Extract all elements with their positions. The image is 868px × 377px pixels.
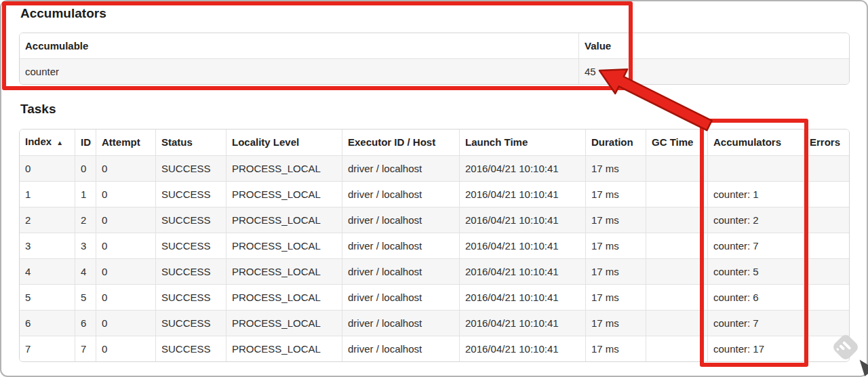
cell-duration: 17 ms <box>586 259 646 285</box>
cell-locality-level: PROCESS_LOCAL <box>226 182 342 207</box>
cell-accumulators: counter: 1 <box>708 182 804 207</box>
col-header-gc-time[interactable]: GC Time <box>646 130 708 156</box>
cell-executor-id-host: driver / localhost <box>342 233 460 259</box>
col-header-duration[interactable]: Duration <box>586 130 646 156</box>
cell-launch-time: 2016/04/21 10:10:41 <box>460 156 586 182</box>
col-header-status[interactable]: Status <box>156 130 226 156</box>
cell-duration: 17 ms <box>586 156 646 182</box>
cell-locality-level: PROCESS_LOCAL <box>226 156 342 182</box>
col-header-accumulable: Accumulable <box>20 33 579 59</box>
cell-id: 0 <box>75 156 96 182</box>
accumulators-header-row: Accumulable Value <box>20 33 850 59</box>
cell-errors <box>804 336 850 362</box>
tasks-header-row: Index▲ ID Attempt Status Locality Level … <box>20 130 850 156</box>
cell-duration: 17 ms <box>586 207 646 233</box>
cell-attempt: 0 <box>96 336 156 362</box>
cell-accumulators: counter: 17 <box>708 336 804 362</box>
cell-attempt: 0 <box>96 156 156 182</box>
col-header-id[interactable]: ID <box>75 130 96 156</box>
cell-index: 6 <box>20 311 75 336</box>
task-row: 5 5 0 SUCCESS PROCESS_LOCAL driver / loc… <box>20 285 850 311</box>
col-header-index-label: Index <box>25 136 52 147</box>
cell-id: 2 <box>75 207 96 233</box>
cell-duration: 17 ms <box>586 285 646 311</box>
cell-accumulators: counter: 7 <box>708 311 804 336</box>
cell-index: 4 <box>20 259 75 285</box>
col-header-index[interactable]: Index▲ <box>20 130 75 156</box>
cell-attempt: 0 <box>96 311 156 336</box>
col-header-locality-level[interactable]: Locality Level <box>226 130 342 156</box>
cell-locality-level: PROCESS_LOCAL <box>226 207 342 233</box>
cell-errors <box>804 156 850 182</box>
cell-status: SUCCESS <box>156 336 226 362</box>
cell-duration: 17 ms <box>586 182 646 207</box>
cell-attempt: 0 <box>96 233 156 259</box>
cell-errors <box>804 207 850 233</box>
cell-errors <box>804 311 850 336</box>
cell-accumulators <box>708 156 804 182</box>
task-row: 7 7 0 SUCCESS PROCESS_LOCAL driver / loc… <box>20 336 850 362</box>
cell-index: 1 <box>20 182 75 207</box>
cell-status: SUCCESS <box>156 311 226 336</box>
cell-launch-time: 2016/04/21 10:10:41 <box>460 182 586 207</box>
sort-ascending-icon: ▲ <box>56 139 63 146</box>
cell-duration: 17 ms <box>586 311 646 336</box>
cell-executor-id-host: driver / localhost <box>342 285 460 311</box>
cell-executor-id-host: driver / localhost <box>342 259 460 285</box>
col-header-accumulators[interactable]: Accumulators <box>708 130 804 156</box>
cell-index: 0 <box>20 156 75 182</box>
cell-accumulators: counter: 2 <box>708 207 804 233</box>
cell-gc-time <box>646 156 708 182</box>
cell-value: 45 <box>579 59 850 85</box>
cell-launch-time: 2016/04/21 10:10:41 <box>460 311 586 336</box>
col-header-launch-time[interactable]: Launch Time <box>460 130 586 156</box>
cell-attempt: 0 <box>96 207 156 233</box>
mouse-cursor <box>855 356 868 376</box>
cell-id: 6 <box>75 311 96 336</box>
accumulator-row: counter 45 <box>20 59 850 85</box>
cell-status: SUCCESS <box>156 156 226 182</box>
cell-index: 5 <box>20 285 75 311</box>
cell-id: 3 <box>75 233 96 259</box>
task-row: 2 2 0 SUCCESS PROCESS_LOCAL driver / loc… <box>20 207 850 233</box>
task-row: 1 1 0 SUCCESS PROCESS_LOCAL driver / loc… <box>20 182 850 207</box>
cell-errors <box>804 182 850 207</box>
cell-errors <box>804 285 850 311</box>
col-header-errors[interactable]: Errors <box>804 130 850 156</box>
cell-index: 3 <box>20 233 75 259</box>
task-row: 3 3 0 SUCCESS PROCESS_LOCAL driver / loc… <box>20 233 850 259</box>
cell-status: SUCCESS <box>156 259 226 285</box>
cell-errors <box>804 233 850 259</box>
cell-gc-time <box>646 233 708 259</box>
cell-duration: 17 ms <box>586 233 646 259</box>
tasks-section-heading: Tasks <box>20 101 56 117</box>
tasks-table: Index▲ ID Attempt Status Locality Level … <box>19 129 850 362</box>
accumulators-table: Accumulable Value counter 45 <box>19 33 850 85</box>
cell-gc-time <box>646 182 708 207</box>
cell-status: SUCCESS <box>156 285 226 311</box>
cell-index: 7 <box>20 336 75 362</box>
cell-launch-time: 2016/04/21 10:10:41 <box>460 285 586 311</box>
cell-id: 7 <box>75 336 96 362</box>
accumulators-section-heading: Accumulators <box>20 5 106 22</box>
cell-status: SUCCESS <box>156 182 226 207</box>
cell-gc-time <box>646 207 708 233</box>
cell-launch-time: 2016/04/21 10:10:41 <box>460 259 586 285</box>
cell-locality-level: PROCESS_LOCAL <box>226 311 342 336</box>
cell-launch-time: 2016/04/21 10:10:41 <box>460 336 586 362</box>
cell-status: SUCCESS <box>156 207 226 233</box>
cell-locality-level: PROCESS_LOCAL <box>226 285 342 311</box>
cell-executor-id-host: driver / localhost <box>342 182 460 207</box>
cell-status: SUCCESS <box>156 233 226 259</box>
col-header-value: Value <box>579 33 850 59</box>
cell-gc-time <box>646 311 708 336</box>
task-row: 4 4 0 SUCCESS PROCESS_LOCAL driver / loc… <box>20 259 850 285</box>
cell-index: 2 <box>20 207 75 233</box>
cell-locality-level: PROCESS_LOCAL <box>226 259 342 285</box>
col-header-executor-id-host[interactable]: Executor ID / Host <box>342 130 460 156</box>
task-row: 6 6 0 SUCCESS PROCESS_LOCAL driver / loc… <box>20 311 850 336</box>
task-row: 0 0 0 SUCCESS PROCESS_LOCAL driver / loc… <box>20 156 850 182</box>
cell-launch-time: 2016/04/21 10:10:41 <box>460 207 586 233</box>
col-header-attempt[interactable]: Attempt <box>96 130 156 156</box>
cell-executor-id-host: driver / localhost <box>342 156 460 182</box>
